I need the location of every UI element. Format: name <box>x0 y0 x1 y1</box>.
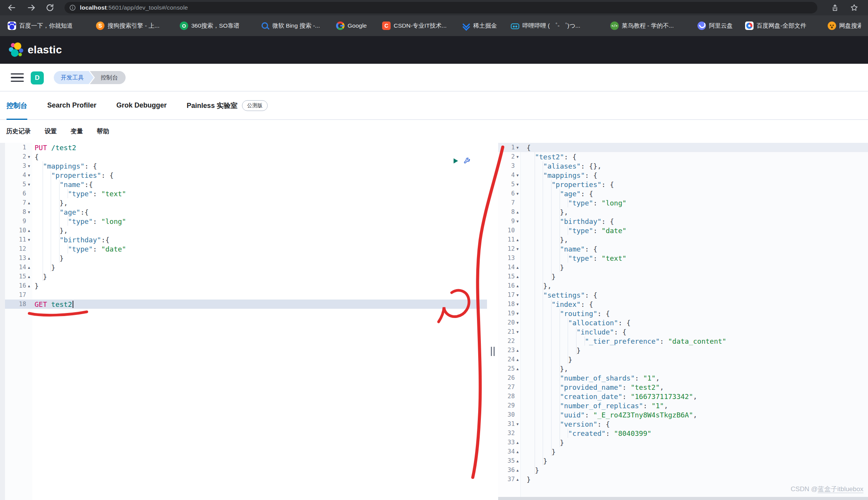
horizontal-scrollbar[interactable] <box>498 497 868 500</box>
code-line: 27"provided_name": "test2", <box>498 382 868 392</box>
editor-lines[interactable]: 1PUT /test22▾{3▾"mappings": {4▾"properti… <box>5 143 487 309</box>
fold-toggle-icon[interactable]: ▾ <box>26 161 32 171</box>
line-gutter: 2▾ <box>498 152 520 161</box>
site-info-icon[interactable] <box>69 4 76 11</box>
toolbar-history[interactable]: 历史记录 <box>6 127 31 136</box>
fold-toggle-icon[interactable]: ▾ <box>26 207 32 217</box>
code-line[interactable]: 5▾"name":{ <box>5 180 487 189</box>
bookmark-item[interactable]: 菜鸟教程 - 学的不... <box>610 15 686 36</box>
fold-toggle-icon[interactable]: ▾ <box>515 189 520 198</box>
fold-toggle-icon[interactable]: ▴ <box>26 253 32 263</box>
toolbar-settings[interactable]: 设置 <box>45 127 57 136</box>
fold-toggle-icon[interactable]: ▴ <box>515 364 520 373</box>
tab-painless-lab[interactable]: Painless 实验室公测版 <box>187 91 268 119</box>
fold-toggle-icon[interactable]: ▾ <box>26 152 32 161</box>
bookmark-item[interactable]: CSDN-专业IT技术... <box>382 15 450 36</box>
fold-toggle-icon[interactable]: ▾ <box>515 318 520 327</box>
fold-toggle-icon[interactable]: ▴ <box>515 447 520 456</box>
code-line[interactable]: 12"type": "date" <box>5 244 487 253</box>
fold-toggle-icon[interactable]: ▾ <box>515 327 520 336</box>
indent-guides <box>527 401 560 410</box>
code-line[interactable]: 4▾"properties": { <box>5 171 487 180</box>
code-line[interactable]: 11▾"birthday":{ <box>5 235 487 244</box>
console-toolbar: 历史记录设置变量帮助 <box>0 120 868 143</box>
code-text: } <box>520 447 556 456</box>
response-lines: 1▾{2▾"test2": {3"aliases": {},4▾"mapping… <box>498 143 868 484</box>
tab-grok-debugger[interactable]: Grok Debugger <box>116 91 167 119</box>
code-line[interactable]: 7▴}, <box>5 198 487 207</box>
fold-toggle-icon[interactable]: ▾ <box>515 290 520 300</box>
toolbar-help[interactable]: 帮助 <box>97 127 109 136</box>
code-line[interactable]: 16▴} <box>5 281 487 290</box>
baidupan-icon <box>745 22 754 30</box>
run-request-button[interactable] <box>452 157 460 166</box>
code-line[interactable]: 14▴} <box>5 263 487 272</box>
bookmark-item[interactable]: 百度网盘-全部文件 <box>745 15 816 36</box>
code-line[interactable]: 8▾"age":{ <box>5 207 487 217</box>
bookmark-item[interactable]: Google <box>336 15 371 36</box>
tab-search-profiler[interactable]: Search Profiler <box>47 91 96 119</box>
fold-toggle-icon[interactable]: ▴ <box>515 438 520 447</box>
code-line[interactable]: 9"type": "long" <box>5 217 487 226</box>
forward-button[interactable] <box>25 2 38 14</box>
fold-toggle-icon[interactable]: ▴ <box>26 198 32 207</box>
request-options-button[interactable] <box>463 157 472 166</box>
fold-toggle-icon[interactable]: ▾ <box>515 217 520 226</box>
bookmark-item[interactable]: 360搜索，SO靠谱 <box>180 15 249 36</box>
bookmark-item[interactable]: 微软 Bing 搜索 -... <box>261 15 325 36</box>
fold-toggle-icon[interactable]: ▾ <box>26 171 32 180</box>
fold-toggle-icon[interactable]: ▴ <box>26 272 32 281</box>
space-avatar[interactable]: D <box>31 71 44 84</box>
fold-toggle-icon[interactable]: ▴ <box>26 226 32 235</box>
refresh-button[interactable] <box>44 2 56 14</box>
share-button[interactable] <box>829 2 841 14</box>
fold-toggle-icon[interactable]: ▾ <box>515 143 520 152</box>
code-line[interactable]: 17 <box>5 290 487 300</box>
fold-toggle-icon[interactable]: ▾ <box>515 244 520 253</box>
breadcrumb-dev-tools[interactable]: 开发工具 <box>54 71 94 84</box>
code-line[interactable]: 10▴}, <box>5 226 487 235</box>
bookmark-item[interactable]: 稀土掘金 <box>462 15 499 36</box>
fold-toggle-icon[interactable]: ▴ <box>515 475 520 484</box>
indent-guides <box>527 346 576 355</box>
fold-toggle-icon[interactable]: ▴ <box>515 346 520 355</box>
bookmark-item[interactable]: 搜狗搜索引擎 - 上... <box>96 15 168 36</box>
fold-toggle-icon[interactable]: ▾ <box>26 235 32 244</box>
aliyundrive-icon <box>697 22 706 30</box>
code-line[interactable]: 3▾"mappings": { <box>5 161 487 171</box>
fold-toggle-icon[interactable]: ▾ <box>515 180 520 189</box>
toolbar-variables[interactable]: 变量 <box>71 127 83 136</box>
fold-toggle-icon[interactable]: ▴ <box>26 281 32 290</box>
fold-toggle-icon[interactable]: ▴ <box>26 263 32 272</box>
fold-toggle-icon[interactable]: ▴ <box>515 207 520 217</box>
address-bar[interactable]: localhost:5601/app/dev_tools#/console <box>65 2 817 13</box>
fold-toggle-icon[interactable]: ▴ <box>515 235 520 244</box>
menu-button[interactable] <box>11 71 24 84</box>
fold-toggle-icon[interactable]: ▴ <box>515 263 520 272</box>
fold-toggle-icon[interactable]: ▾ <box>515 309 520 318</box>
bookmark-item[interactable]: 阿里云盘 <box>697 15 734 36</box>
tab-console[interactable]: 控制台 <box>7 91 27 119</box>
fold-toggle-icon[interactable]: ▾ <box>515 152 520 161</box>
code-line[interactable]: 1PUT /test2 <box>5 143 487 152</box>
fold-toggle-icon[interactable]: ▾ <box>515 419 520 429</box>
code-line[interactable]: 6"type": "text" <box>5 189 487 198</box>
bookmark-page-button[interactable] <box>848 2 860 14</box>
bookmark-item[interactable]: 哔哩哔哩 ( ゜- ゜)つ... <box>511 15 599 36</box>
fold-toggle-icon[interactable]: ▴ <box>515 456 520 465</box>
fold-toggle-icon[interactable]: ▾ <box>515 300 520 309</box>
code-line[interactable]: 2▾{ <box>5 152 487 161</box>
fold-toggle-icon[interactable]: ▾ <box>515 171 520 180</box>
bookmark-item[interactable]: 百度一下，你就知道 <box>8 15 84 36</box>
code-line[interactable]: 15▴} <box>5 272 487 281</box>
fold-toggle-icon[interactable]: ▴ <box>515 355 520 364</box>
panel-resizer[interactable] <box>487 347 498 357</box>
fold-toggle-icon[interactable]: ▴ <box>515 465 520 475</box>
code-line[interactable]: 18GET test2 <box>5 300 487 309</box>
back-button[interactable] <box>5 2 18 14</box>
code-line[interactable]: 13▴} <box>5 253 487 263</box>
fold-toggle-icon[interactable]: ▴ <box>515 272 520 281</box>
bookmark-item[interactable]: 网盘搜索 <box>828 15 861 36</box>
fold-toggle-icon[interactable]: ▴ <box>515 281 520 290</box>
fold-toggle-icon[interactable]: ▾ <box>26 180 32 189</box>
